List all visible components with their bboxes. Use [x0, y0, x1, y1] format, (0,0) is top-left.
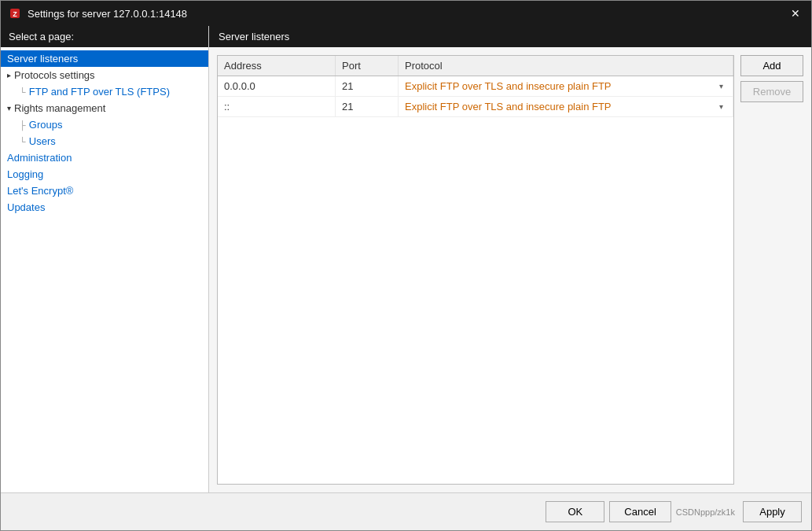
cell-protocol-1: Explicit FTP over TLS and insecure plain… [399, 76, 733, 96]
footer: OK Cancel CSDNppp/zk1k Apply [1, 492, 811, 530]
nav-label-protocols-settings: Protocols settings [14, 69, 95, 81]
nav-item-users[interactable]: └ Users [1, 133, 208, 149]
button-panel: Add Remove [740, 55, 803, 485]
protocol-select-1[interactable]: Explicit FTP over TLS and insecure plain… [405, 80, 726, 92]
col-header-port: Port [336, 56, 399, 76]
table-header: Address Port Protocol [218, 56, 733, 76]
page-select-label: Select a page: [1, 26, 208, 47]
title-bar-left: Z Settings for server 127.0.0.1:14148 [9, 7, 187, 20]
col-header-protocol: Protocol [399, 56, 733, 76]
tree-connector-ftp: └ [20, 87, 26, 97]
col-header-address: Address [218, 56, 336, 76]
nav-label-logging: Logging [7, 168, 43, 180]
left-panel: Select a page: Server listeners ▸ Protoc… [1, 26, 209, 492]
protocol-select-2[interactable]: Explicit FTP over TLS and insecure plain… [405, 101, 726, 112]
nav-tree: Server listeners ▸ Protocols settings └ … [1, 47, 208, 219]
listeners-table: Address Port Protocol 0.0.0.0 21 Explici… [217, 55, 734, 485]
add-button[interactable]: Add [740, 55, 803, 76]
nav-item-ftp-ftps[interactable]: └ FTP and FTP over TLS (FTPS) [1, 83, 208, 100]
nav-item-administration[interactable]: Administration [1, 149, 208, 166]
expand-icon-rights: ▾ [7, 104, 11, 112]
settings-dialog: Z Settings for server 127.0.0.1:14148 ✕ … [0, 0, 812, 531]
apply-button[interactable]: Apply [743, 501, 802, 522]
cell-protocol-2: Explicit FTP over TLS and insecure plain… [399, 97, 733, 116]
cell-address-2: :: [218, 97, 336, 116]
cell-port-2: 21 [336, 97, 399, 116]
content-area: Select a page: Server listeners ▸ Protoc… [1, 26, 811, 492]
cancel-button[interactable]: Cancel [609, 501, 671, 522]
table-row[interactable]: :: 21 Explicit FTP over TLS and insecure… [218, 97, 733, 117]
nav-label-lets-encrypt: Let's Encrypt® [7, 185, 73, 197]
nav-label-ftp-ftps: FTP and FTP over TLS (FTPS) [29, 86, 170, 98]
panel-content: Address Port Protocol 0.0.0.0 21 Explici… [209, 47, 811, 492]
nav-item-protocols-settings[interactable]: ▸ Protocols settings [1, 67, 208, 83]
nav-item-groups[interactable]: ├ Groups [1, 116, 208, 133]
nav-label-groups: Groups [29, 119, 63, 131]
nav-item-server-listeners[interactable]: Server listeners [1, 50, 208, 67]
panel-header: Server listeners [209, 26, 811, 47]
title-bar: Z Settings for server 127.0.0.1:14148 ✕ [1, 1, 811, 26]
table-row[interactable]: 0.0.0.0 21 Explicit FTP over TLS and ins… [218, 76, 733, 97]
right-panel: Server listeners Address Port Protocol 0… [209, 26, 811, 492]
nav-label-users: Users [29, 135, 56, 147]
tree-connector-users: └ [20, 137, 26, 146]
protocol-select-wrapper-2[interactable]: Explicit FTP over TLS and insecure plain… [405, 101, 726, 112]
expand-icon: ▸ [7, 71, 11, 79]
nav-label-updates: Updates [7, 201, 45, 213]
nav-item-lets-encrypt[interactable]: Let's Encrypt® [1, 183, 208, 199]
nav-item-rights-management[interactable]: ▾ Rights management [1, 100, 208, 116]
dialog-title: Settings for server 127.0.0.1:14148 [28, 8, 187, 20]
ok-button[interactable]: OK [546, 501, 604, 522]
protocol-select-wrapper-1[interactable]: Explicit FTP over TLS and insecure plain… [405, 80, 726, 92]
nav-label-rights-management: Rights management [14, 102, 105, 114]
close-button[interactable]: ✕ [788, 6, 803, 21]
tree-connector-groups: ├ [20, 120, 26, 130]
nav-item-updates[interactable]: Updates [1, 199, 208, 216]
nav-label-server-listeners: Server listeners [7, 53, 78, 65]
watermark: CSDNppp/zk1k [676, 507, 735, 517]
remove-button[interactable]: Remove [740, 81, 803, 102]
nav-label-administration: Administration [7, 152, 72, 164]
nav-item-logging[interactable]: Logging [1, 166, 208, 183]
app-icon: Z [9, 7, 21, 20]
cell-address-1: 0.0.0.0 [218, 76, 336, 96]
svg-text:Z: Z [13, 10, 17, 18]
cell-port-1: 21 [336, 76, 399, 96]
